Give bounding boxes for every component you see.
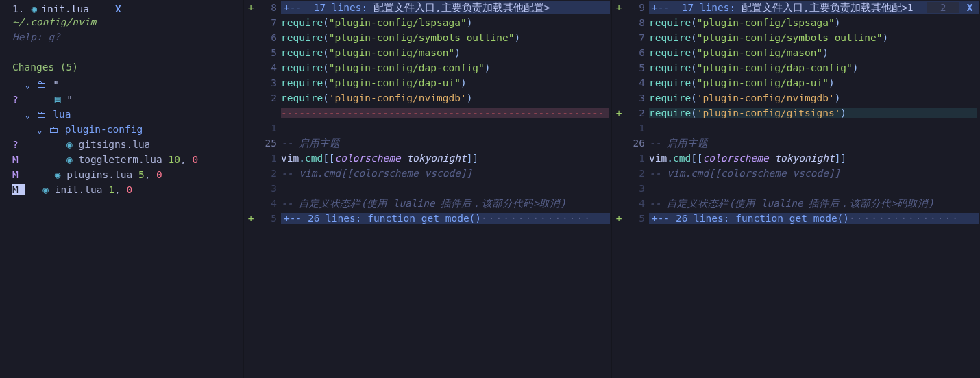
code-line[interactable]: 4-- 自定义状态栏(使用 lualine 插件后，该部分代>码取消)	[612, 196, 980, 211]
keyword-require: require	[649, 108, 691, 118]
folder-open-icon: 🗀	[36, 109, 53, 120]
code-line[interactable]: 1vim.cmd[[colorscheme tokyonight]]	[244, 151, 611, 166]
folder-open-icon: 🗀	[49, 124, 65, 135]
line-number: 26	[626, 138, 649, 149]
code-line[interactable]: 4require("plugin-config/dap-config")	[244, 60, 611, 75]
line-number: 9	[626, 2, 649, 13]
keyword-require: require	[281, 32, 323, 43]
keyword-require: require	[649, 92, 691, 103]
code-line[interactable]: 6require("plugin-config/mason")	[612, 45, 980, 60]
code-line[interactable]: 7require("plugin-config/symbols_outline"…	[612, 30, 980, 45]
string-literal: "plugin-config/dap-ui"	[697, 77, 829, 88]
fold-text: +-- 26 lines: function get_mode()	[652, 213, 849, 224]
fold-text: +-- 26 lines: function get_mode()	[284, 213, 481, 224]
fold-arrow: >	[544, 2, 550, 13]
line-number: 1	[626, 123, 649, 134]
line-number: 5	[258, 213, 281, 224]
tree-item-quote[interactable]: ? ▤ "	[0, 92, 243, 107]
line-number: 1	[626, 153, 649, 164]
diff-pane-left[interactable]: + 8 +-- 17 lines: 配置文件入口,主要负责加载其他配置> 7re…	[244, 0, 612, 378]
keyword-require: require	[649, 47, 691, 58]
comment: -- 自定义状态栏(使用 lualine 插件后，该部分代>码取消)	[649, 198, 934, 209]
fold-text-cn: 配置文件入口,主要负责加载其他配	[742, 2, 902, 13]
code-line[interactable]: 2-- vim.cmd[[colorscheme vscode]]	[612, 166, 980, 181]
line-number: 1	[258, 123, 281, 134]
line-number: 8	[626, 17, 649, 28]
string-literal: "plugin-config/lspsaga"	[697, 17, 835, 28]
string-literal: "plugin-config/dap-config"	[329, 62, 485, 73]
fold-row[interactable]: + 8 +-- 17 lines: 配置文件入口,主要负责加载其他配置>	[244, 0, 611, 15]
line-number: 3	[626, 183, 649, 194]
identifier: vim	[281, 153, 299, 164]
fold-marker: +	[612, 2, 626, 13]
fold-row[interactable]: +5+-- 26 lines: function get_mode()·····…	[612, 211, 980, 226]
diff-del-count: 0	[126, 184, 132, 195]
tree-file-gitsigns[interactable]: ? ◉ gitsigns.lua	[0, 137, 243, 152]
close-icon[interactable]: X	[959, 2, 980, 13]
line-number: 5	[626, 62, 649, 73]
line-number: 8	[258, 2, 281, 13]
code-line[interactable]: 1	[244, 121, 611, 136]
tree-file-toggleterm[interactable]: M ◉ toggleterm.lua 10, 0	[0, 152, 243, 167]
fold-marker: +	[244, 2, 258, 13]
line-number: 6	[626, 47, 649, 58]
lua-file-icon: ◉	[66, 139, 78, 150]
tabpage-1[interactable]: 1	[894, 2, 927, 13]
fold-marker: +	[612, 213, 626, 224]
code-line[interactable]: 1vim.cmd[[colorscheme tokyonight]]	[612, 151, 980, 166]
string-literal: "plugin-config/symbols_outline"	[697, 32, 883, 43]
buffer-number: 1.	[12, 3, 24, 14]
code-line[interactable]: 3require("plugin-config/dap-ui")	[244, 75, 611, 90]
code-line[interactable]: 5require("plugin-config/dap-config")	[612, 60, 980, 75]
fold-row[interactable]: +5+-- 26 lines: function get_mode()·····…	[244, 211, 611, 226]
string-literal: 'plugin-config/nvimgdb'	[329, 92, 467, 103]
code-line[interactable]: 1	[612, 121, 980, 136]
tree-file-plugins[interactable]: M ◉ plugins.lua 5, 0	[0, 167, 243, 182]
status-untracked: ?	[12, 139, 25, 150]
tree-root[interactable]: ⌄ 🗀 "	[0, 77, 243, 92]
fold-text: +-- 17 lines:	[284, 2, 373, 13]
code-line[interactable]: 8require("plugin-config/lspsaga")	[612, 15, 980, 30]
code-line[interactable]: 2require('plugin-config/nvimgdb')	[244, 90, 611, 105]
code-line[interactable]: 3	[244, 181, 611, 196]
fold-marker: +	[244, 213, 258, 224]
diff-add-count: 10	[169, 154, 180, 165]
line-number: 3	[626, 92, 649, 103]
tree-dir-plugin-config[interactable]: ⌄ 🗀 plugin-config	[0, 122, 243, 137]
line-number: 4	[258, 62, 281, 73]
code-line[interactable]: 26-- 启用主题	[612, 136, 980, 151]
code-line[interactable]: 6require("plugin-config/symbols_outline"…	[244, 30, 611, 45]
string-literal: "plugin-config/dap-ui"	[329, 77, 461, 88]
string-literal: 'plugin-config/nvimgdb'	[697, 92, 835, 103]
buffer-tab[interactable]: 1. ◉ init.lua X	[0, 1, 243, 16]
lua-file-icon: ◉	[55, 169, 66, 180]
vim-keyword: colorscheme	[703, 153, 769, 164]
diff-deleted-line[interactable]: ----------------------------------------…	[244, 105, 611, 121]
tabpage-2[interactable]: 2	[927, 2, 959, 13]
identifier: vim	[649, 153, 667, 164]
code-line[interactable]: 7require("plugin-config/lspsaga")	[244, 15, 611, 30]
keyword-require: require	[281, 92, 323, 103]
diff-added-line[interactable]: +2require('plugin-config/gitsigns')	[612, 105, 980, 121]
code-line[interactable]: 5require("plugin-config/mason")	[244, 45, 611, 60]
line-number: 3	[258, 183, 281, 194]
diff-del-count: 0	[192, 154, 198, 165]
code-line[interactable]: 4require("plugin-config/dap-ui")	[612, 75, 980, 90]
vim-keyword: colorscheme	[335, 153, 401, 164]
diff-pane-right[interactable]: 1 2 X + 9 +-- 17 lines: 配置文件入口,主要负责加载其他配…	[612, 0, 980, 378]
code-line[interactable]: 3require('plugin-config/nvimgdb')	[612, 90, 980, 105]
status-modified: M	[12, 169, 25, 180]
string-literal: "plugin-config/lspsaga"	[329, 17, 467, 28]
tree-dir-lua[interactable]: ⌄ 🗀 lua	[0, 107, 243, 122]
comment: -- 启用主题	[649, 138, 708, 149]
tabpage-bar: 1 2 X	[894, 0, 980, 15]
code-line[interactable]: 4-- 自定义状态栏(使用 lualine 插件后，该部分代码>取消)	[244, 196, 611, 211]
code-line[interactable]: 25-- 启用主题	[244, 136, 611, 151]
fold-text: +-- 17 lines:	[652, 2, 742, 13]
lua-file-icon: ◉	[42, 184, 54, 195]
status-untracked: ?	[12, 94, 25, 105]
code-line[interactable]: 2-- vim.cmd[[colorscheme vscode]]	[244, 166, 611, 181]
close-icon[interactable]: X	[115, 3, 121, 14]
tree-file-init[interactable]: M ◉ init.lua 1, 0	[0, 182, 243, 197]
code-line[interactable]: 3	[612, 181, 980, 196]
